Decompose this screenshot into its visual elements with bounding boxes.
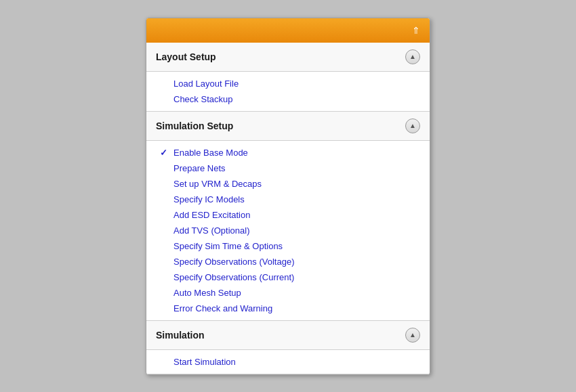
menu-item-load-layout-file[interactable]: Load Layout File [146, 76, 430, 91]
panel-header: ⇑ [146, 18, 430, 43]
menu-item-label-start-simulation: Start Simulation [173, 357, 236, 367]
menu-item-label-auto-mesh-setup: Auto Mesh Setup [173, 288, 241, 298]
section-content-simulation: Start Simulation [146, 350, 430, 374]
section-header-simulation-setup: Simulation Setup▲ [146, 112, 430, 141]
collapse-btn-simulation[interactable]: ▲ [405, 328, 420, 343]
section-title-simulation-setup: Simulation Setup [156, 121, 233, 131]
menu-item-specify-observations-current[interactable]: Specify Observations (Current) [146, 269, 430, 285]
menu-item-error-check-warning[interactable]: Error Check and Warning [146, 301, 430, 316]
menu-item-label-enable-base-mode: Enable Base Mode [173, 148, 248, 158]
menu-item-specify-ic-models[interactable]: Specify IC Models [146, 192, 430, 207]
esd-simulation-panel: ⇑ Layout Setup▲Load Layout FileCheck Sta… [146, 18, 430, 375]
menu-item-set-up-vrm-decaps[interactable]: Set up VRM & Decaps [146, 176, 430, 192]
collapse-btn-layout-setup[interactable]: ▲ [405, 49, 420, 64]
menu-item-prepare-nets[interactable]: Prepare Nets [146, 160, 430, 176]
section-title-simulation: Simulation [156, 330, 205, 341]
menu-item-label-check-stackup: Check Stackup [173, 94, 232, 104]
section-title-layout-setup: Layout Setup [156, 51, 216, 62]
panel-collapse-icon[interactable]: ⇑ [412, 25, 420, 36]
menu-item-label-error-check-warning: Error Check and Warning [173, 303, 272, 313]
sections-container: Layout Setup▲Load Layout FileCheck Stack… [146, 43, 430, 374]
menu-item-add-tvs-optional[interactable]: Add TVS (Optional) [146, 223, 430, 238]
section-header-simulation: Simulation▲ [146, 321, 430, 350]
menu-item-label-specify-observations-voltage: Specify Observations (Voltage) [173, 257, 294, 267]
menu-item-label-add-esd-excitation: Add ESD Excitation [173, 210, 250, 220]
menu-item-label-specify-observations-current: Specify Observations (Current) [173, 272, 294, 282]
menu-item-add-esd-excitation[interactable]: Add ESD Excitation [146, 207, 430, 223]
collapse-btn-simulation-setup[interactable]: ▲ [405, 118, 420, 133]
menu-item-label-prepare-nets: Prepare Nets [173, 163, 226, 173]
menu-item-specify-sim-time-options[interactable]: Specify Sim Time & Options [146, 238, 430, 254]
menu-item-label-set-up-vrm-decaps: Set up VRM & Decaps [173, 179, 262, 189]
section-simulation: Simulation▲Start Simulation [146, 321, 430, 374]
menu-item-label-add-tvs-optional: Add TVS (Optional) [173, 225, 249, 236]
section-simulation-setup: Simulation Setup▲Enable Base ModePrepare… [146, 112, 430, 321]
menu-item-check-stackup[interactable]: Check Stackup [146, 91, 430, 107]
section-layout-setup: Layout Setup▲Load Layout FileCheck Stack… [146, 43, 430, 112]
menu-item-specify-observations-voltage[interactable]: Specify Observations (Voltage) [146, 254, 430, 269]
menu-item-label-specify-sim-time-options: Specify Sim Time & Options [173, 241, 283, 251]
section-content-simulation-setup: Enable Base ModePrepare NetsSet up VRM &… [146, 141, 430, 320]
menu-item-auto-mesh-setup[interactable]: Auto Mesh Setup [146, 285, 430, 301]
menu-item-start-simulation[interactable]: Start Simulation [146, 354, 430, 370]
menu-item-label-specify-ic-models: Specify IC Models [173, 194, 245, 204]
menu-item-enable-base-mode[interactable]: Enable Base Mode [146, 145, 430, 160]
menu-item-label-load-layout-file: Load Layout File [173, 79, 239, 89]
section-content-layout-setup: Load Layout FileCheck Stackup [146, 72, 430, 111]
section-header-layout-setup: Layout Setup▲ [146, 43, 430, 72]
